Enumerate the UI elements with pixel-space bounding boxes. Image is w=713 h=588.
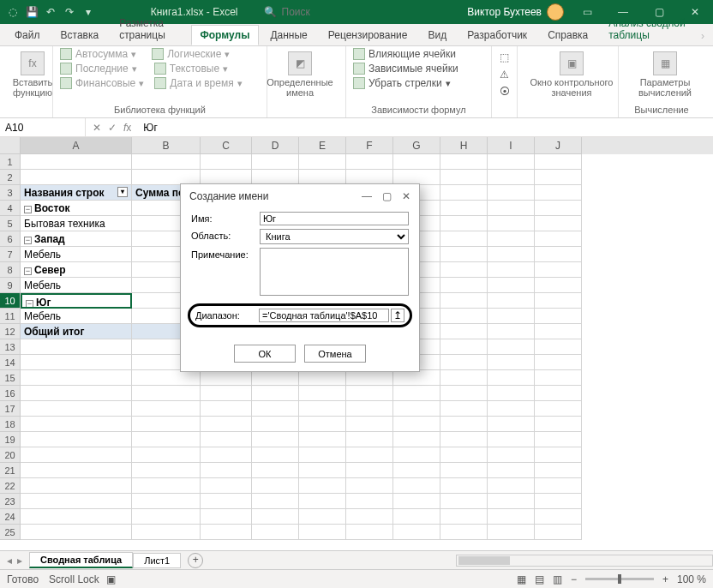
calc-options-button[interactable]: ▦ Параметры вычислений (626, 48, 704, 98)
cell[interactable] (535, 386, 582, 401)
cell[interactable] (440, 324, 488, 339)
cell[interactable] (440, 447, 488, 463)
cell[interactable] (440, 432, 488, 447)
row-header[interactable]: 20 (0, 447, 21, 463)
row-header[interactable]: 12 (0, 324, 21, 339)
dialog-close-icon[interactable]: ✕ (402, 190, 410, 202)
range-input[interactable] (259, 309, 389, 322)
cell[interactable] (21, 339, 132, 355)
cell[interactable] (393, 463, 440, 478)
row-header[interactable]: 6 (0, 231, 21, 247)
error-check-icon[interactable]: ⚠ (500, 69, 509, 81)
cell[interactable] (440, 247, 488, 262)
cell[interactable] (393, 509, 440, 525)
search-input[interactable] (282, 6, 368, 18)
cell[interactable] (488, 278, 535, 293)
cell[interactable] (21, 386, 132, 401)
row-header[interactable]: 25 (0, 525, 21, 540)
cell[interactable] (535, 417, 582, 432)
cell[interactable] (21, 478, 132, 494)
cell[interactable] (535, 355, 582, 370)
cell[interactable] (346, 494, 393, 509)
cell[interactable] (299, 401, 346, 417)
cell[interactable]: −Восток (21, 201, 132, 216)
cell[interactable] (201, 509, 252, 525)
row-header[interactable]: 10 (0, 293, 21, 309)
cell[interactable] (535, 201, 582, 216)
cell[interactable] (252, 417, 299, 432)
select-all-corner[interactable] (0, 137, 21, 154)
cell[interactable] (201, 478, 252, 494)
cell[interactable] (488, 432, 535, 447)
cell[interactable] (440, 525, 488, 540)
column-header[interactable]: G (393, 137, 440, 154)
cell[interactable] (393, 370, 440, 386)
cell[interactable] (488, 447, 535, 463)
scope-select[interactable]: Книга (260, 229, 409, 244)
cell[interactable] (346, 386, 393, 401)
cell[interactable] (201, 463, 252, 478)
cell[interactable] (440, 309, 488, 324)
cell[interactable] (201, 432, 252, 447)
row-header[interactable]: 8 (0, 262, 21, 278)
cell[interactable] (299, 370, 346, 386)
cell[interactable] (535, 370, 582, 386)
cell[interactable]: −Юг (21, 293, 132, 309)
collapse-icon[interactable]: − (26, 300, 33, 308)
column-header[interactable]: I (488, 137, 535, 154)
cell[interactable] (252, 509, 299, 525)
cell[interactable] (488, 262, 535, 278)
row-header[interactable]: 21 (0, 463, 21, 478)
cell[interactable] (299, 463, 346, 478)
cell[interactable] (440, 170, 488, 185)
cell[interactable] (440, 293, 488, 309)
insert-function-button[interactable]: fx Вставить функцию (7, 48, 58, 98)
cell[interactable] (252, 432, 299, 447)
undo-icon[interactable]: ↶ (45, 6, 57, 18)
defined-names-button[interactable]: ◩ Определенные имена (274, 48, 326, 98)
cell[interactable] (440, 262, 488, 278)
cell[interactable] (299, 447, 346, 463)
cell[interactable]: −Запад (21, 231, 132, 247)
cell[interactable] (132, 401, 201, 417)
sheet-tab-active[interactable]: Сводная таблица (29, 552, 133, 568)
cell[interactable] (346, 509, 393, 525)
zoom-level[interactable]: 100 % (677, 573, 706, 585)
cell[interactable] (393, 525, 440, 540)
cell[interactable] (488, 201, 535, 216)
cell[interactable] (440, 386, 488, 401)
cell[interactable] (346, 417, 393, 432)
sheet-tab-other[interactable]: Лист1 (133, 553, 181, 568)
name-box[interactable] (0, 118, 86, 136)
cell[interactable] (132, 447, 201, 463)
zoom-out-icon[interactable]: − (571, 573, 577, 585)
financial-button[interactable]: Финансовые ▾Дата и время ▾ (60, 77, 260, 89)
cell[interactable] (535, 463, 582, 478)
column-header[interactable]: D (252, 137, 299, 154)
cell[interactable] (252, 447, 299, 463)
cell[interactable] (488, 339, 535, 355)
cell[interactable] (21, 401, 132, 417)
name-input[interactable] (260, 212, 409, 225)
cell[interactable] (393, 386, 440, 401)
cell[interactable] (440, 278, 488, 293)
cell[interactable] (488, 463, 535, 478)
cell[interactable] (346, 463, 393, 478)
cell[interactable] (535, 262, 582, 278)
sheet-next-icon[interactable]: ▸ (17, 555, 22, 567)
cell[interactable] (488, 478, 535, 494)
cell[interactable] (488, 525, 535, 540)
cell[interactable] (21, 417, 132, 432)
qat-dropdown-icon[interactable]: ▾ (82, 6, 94, 18)
cell[interactable] (488, 185, 535, 201)
cell[interactable] (346, 432, 393, 447)
show-formulas-icon[interactable]: ⬚ (500, 51, 509, 63)
cancel-button[interactable]: Отмена (304, 345, 366, 363)
cell[interactable] (21, 355, 132, 370)
cell[interactable] (440, 478, 488, 494)
fx-icon[interactable]: fx (123, 122, 131, 134)
cell[interactable] (132, 478, 201, 494)
row-header[interactable]: 13 (0, 339, 21, 355)
dialog-minimize-icon[interactable]: — (362, 190, 372, 202)
cell[interactable]: Мебель (21, 309, 132, 324)
